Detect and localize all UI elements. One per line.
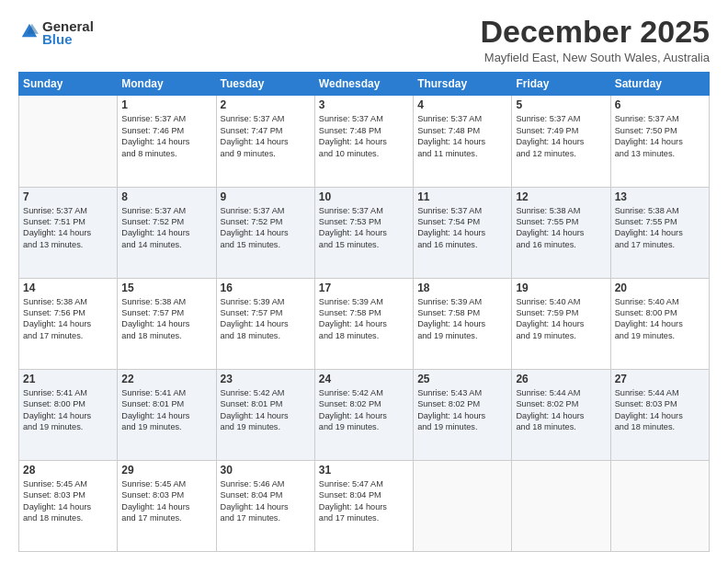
cell-details: Sunrise: 5:38 AM Sunset: 7:56 PM Dayligh… xyxy=(23,296,113,342)
calendar-cell: 27Sunrise: 5:44 AM Sunset: 8:03 PM Dayli… xyxy=(610,369,709,460)
cell-details: Sunrise: 5:40 AM Sunset: 7:59 PM Dayligh… xyxy=(516,296,606,342)
calendar-cell: 5Sunrise: 5:37 AM Sunset: 7:49 PM Daylig… xyxy=(512,96,610,187)
calendar-cell: 11Sunrise: 5:37 AM Sunset: 7:54 PM Dayli… xyxy=(414,187,512,278)
weekday-header-thursday: Thursday xyxy=(414,73,512,96)
weekday-header-saturday: Saturday xyxy=(610,73,709,96)
logo-icon xyxy=(20,22,39,40)
day-number: 13 xyxy=(615,190,705,203)
day-number: 17 xyxy=(319,282,409,294)
cell-details: Sunrise: 5:37 AM Sunset: 7:49 PM Dayligh… xyxy=(516,113,606,159)
month-title: December 2025 xyxy=(480,15,710,49)
calendar-cell: 21Sunrise: 5:41 AM Sunset: 8:00 PM Dayli… xyxy=(19,369,118,460)
header: General Blue December 2025 Mayfield East… xyxy=(18,15,710,64)
cell-details: Sunrise: 5:45 AM Sunset: 8:03 PM Dayligh… xyxy=(23,478,113,524)
day-number: 5 xyxy=(516,98,606,111)
cell-details: Sunrise: 5:37 AM Sunset: 7:50 PM Dayligh… xyxy=(615,113,705,159)
calendar-cell: 23Sunrise: 5:42 AM Sunset: 8:01 PM Dayli… xyxy=(216,369,314,460)
cell-details: Sunrise: 5:44 AM Sunset: 8:03 PM Dayligh… xyxy=(615,387,705,433)
page: General Blue December 2025 Mayfield East… xyxy=(0,0,728,563)
calendar-cell: 4Sunrise: 5:37 AM Sunset: 7:48 PM Daylig… xyxy=(414,96,512,187)
day-number: 24 xyxy=(319,373,409,385)
weekday-header-monday: Monday xyxy=(118,73,216,96)
cell-details: Sunrise: 5:37 AM Sunset: 7:52 PM Dayligh… xyxy=(121,205,211,251)
day-number: 21 xyxy=(23,373,113,385)
day-number: 25 xyxy=(417,373,507,385)
calendar-cell xyxy=(512,460,610,551)
day-number: 11 xyxy=(417,190,507,203)
calendar-cell: 18Sunrise: 5:39 AM Sunset: 7:58 PM Dayli… xyxy=(414,278,512,369)
cell-details: Sunrise: 5:39 AM Sunset: 7:57 PM Dayligh… xyxy=(221,296,311,342)
day-number: 10 xyxy=(319,190,409,203)
calendar-cell: 9Sunrise: 5:37 AM Sunset: 7:52 PM Daylig… xyxy=(216,187,314,278)
cell-details: Sunrise: 5:38 AM Sunset: 7:55 PM Dayligh… xyxy=(615,205,705,251)
day-number: 20 xyxy=(615,282,705,294)
calendar-cell: 8Sunrise: 5:37 AM Sunset: 7:52 PM Daylig… xyxy=(118,187,216,278)
calendar-cell: 13Sunrise: 5:38 AM Sunset: 7:55 PM Dayli… xyxy=(610,187,709,278)
day-number: 3 xyxy=(319,98,409,111)
cell-details: Sunrise: 5:38 AM Sunset: 7:55 PM Dayligh… xyxy=(516,205,606,251)
calendar-cell: 3Sunrise: 5:37 AM Sunset: 7:48 PM Daylig… xyxy=(314,96,413,187)
title-block: December 2025 Mayfield East, New South W… xyxy=(480,15,710,64)
day-number: 27 xyxy=(615,373,705,385)
calendar-week-row: 7Sunrise: 5:37 AM Sunset: 7:51 PM Daylig… xyxy=(19,187,710,278)
cell-details: Sunrise: 5:37 AM Sunset: 7:52 PM Dayligh… xyxy=(221,205,311,251)
day-number: 4 xyxy=(417,98,507,111)
day-number: 7 xyxy=(23,190,113,203)
cell-details: Sunrise: 5:47 AM Sunset: 8:04 PM Dayligh… xyxy=(319,478,409,524)
calendar-cell: 30Sunrise: 5:46 AM Sunset: 8:04 PM Dayli… xyxy=(216,460,314,551)
day-number: 30 xyxy=(221,464,311,477)
cell-details: Sunrise: 5:46 AM Sunset: 8:04 PM Dayligh… xyxy=(221,478,311,524)
calendar-table: SundayMondayTuesdayWednesdayThursdayFrid… xyxy=(18,72,710,552)
weekday-header-wednesday: Wednesday xyxy=(314,73,413,96)
cell-details: Sunrise: 5:42 AM Sunset: 8:02 PM Dayligh… xyxy=(319,387,409,433)
cell-details: Sunrise: 5:37 AM Sunset: 7:47 PM Dayligh… xyxy=(221,113,311,159)
day-number: 14 xyxy=(23,282,113,294)
day-number: 1 xyxy=(121,98,211,111)
calendar-cell: 6Sunrise: 5:37 AM Sunset: 7:50 PM Daylig… xyxy=(610,96,709,187)
cell-details: Sunrise: 5:37 AM Sunset: 7:48 PM Dayligh… xyxy=(319,113,409,159)
day-number: 2 xyxy=(221,98,311,111)
day-number: 16 xyxy=(221,282,311,294)
day-number: 29 xyxy=(121,464,211,477)
cell-details: Sunrise: 5:37 AM Sunset: 7:53 PM Dayligh… xyxy=(319,205,409,251)
day-number: 6 xyxy=(615,98,705,111)
calendar-cell: 19Sunrise: 5:40 AM Sunset: 7:59 PM Dayli… xyxy=(512,278,610,369)
cell-details: Sunrise: 5:39 AM Sunset: 7:58 PM Dayligh… xyxy=(417,296,507,342)
cell-details: Sunrise: 5:44 AM Sunset: 8:02 PM Dayligh… xyxy=(516,387,606,433)
calendar-cell: 16Sunrise: 5:39 AM Sunset: 7:57 PM Dayli… xyxy=(216,278,314,369)
weekday-header-tuesday: Tuesday xyxy=(216,73,314,96)
cell-details: Sunrise: 5:40 AM Sunset: 8:00 PM Dayligh… xyxy=(615,296,705,342)
calendar-week-row: 28Sunrise: 5:45 AM Sunset: 8:03 PM Dayli… xyxy=(19,460,710,551)
cell-details: Sunrise: 5:37 AM Sunset: 7:46 PM Dayligh… xyxy=(121,113,211,159)
calendar-cell xyxy=(610,460,709,551)
calendar-cell: 12Sunrise: 5:38 AM Sunset: 7:55 PM Dayli… xyxy=(512,187,610,278)
weekday-header-friday: Friday xyxy=(512,73,610,96)
calendar-cell: 2Sunrise: 5:37 AM Sunset: 7:47 PM Daylig… xyxy=(216,96,314,187)
calendar-cell: 15Sunrise: 5:38 AM Sunset: 7:57 PM Dayli… xyxy=(118,278,216,369)
logo: General Blue xyxy=(18,18,94,47)
calendar-cell: 26Sunrise: 5:44 AM Sunset: 8:02 PM Dayli… xyxy=(512,369,610,460)
calendar-week-row: 14Sunrise: 5:38 AM Sunset: 7:56 PM Dayli… xyxy=(19,278,710,369)
calendar-week-row: 1Sunrise: 5:37 AM Sunset: 7:46 PM Daylig… xyxy=(19,96,710,187)
cell-details: Sunrise: 5:38 AM Sunset: 7:57 PM Dayligh… xyxy=(121,296,211,342)
calendar-cell: 22Sunrise: 5:41 AM Sunset: 8:01 PM Dayli… xyxy=(118,369,216,460)
calendar-cell: 24Sunrise: 5:42 AM Sunset: 8:02 PM Dayli… xyxy=(314,369,413,460)
calendar-cell xyxy=(414,460,512,551)
calendar-cell: 14Sunrise: 5:38 AM Sunset: 7:56 PM Dayli… xyxy=(19,278,118,369)
day-number: 9 xyxy=(221,190,311,203)
day-number: 22 xyxy=(121,373,211,385)
day-number: 26 xyxy=(516,373,606,385)
day-number: 19 xyxy=(516,282,606,294)
day-number: 12 xyxy=(516,190,606,203)
cell-details: Sunrise: 5:39 AM Sunset: 7:58 PM Dayligh… xyxy=(319,296,409,342)
calendar-cell: 25Sunrise: 5:43 AM Sunset: 8:02 PM Dayli… xyxy=(414,369,512,460)
calendar-cell: 20Sunrise: 5:40 AM Sunset: 8:00 PM Dayli… xyxy=(610,278,709,369)
day-number: 31 xyxy=(319,464,409,477)
cell-details: Sunrise: 5:41 AM Sunset: 8:00 PM Dayligh… xyxy=(23,387,113,433)
location: Mayfield East, New South Wales, Australi… xyxy=(480,51,710,64)
day-number: 8 xyxy=(121,190,211,203)
cell-details: Sunrise: 5:41 AM Sunset: 8:01 PM Dayligh… xyxy=(121,387,211,433)
day-number: 18 xyxy=(417,282,507,294)
cell-details: Sunrise: 5:37 AM Sunset: 7:48 PM Dayligh… xyxy=(417,113,507,159)
calendar-cell: 10Sunrise: 5:37 AM Sunset: 7:53 PM Dayli… xyxy=(314,187,413,278)
